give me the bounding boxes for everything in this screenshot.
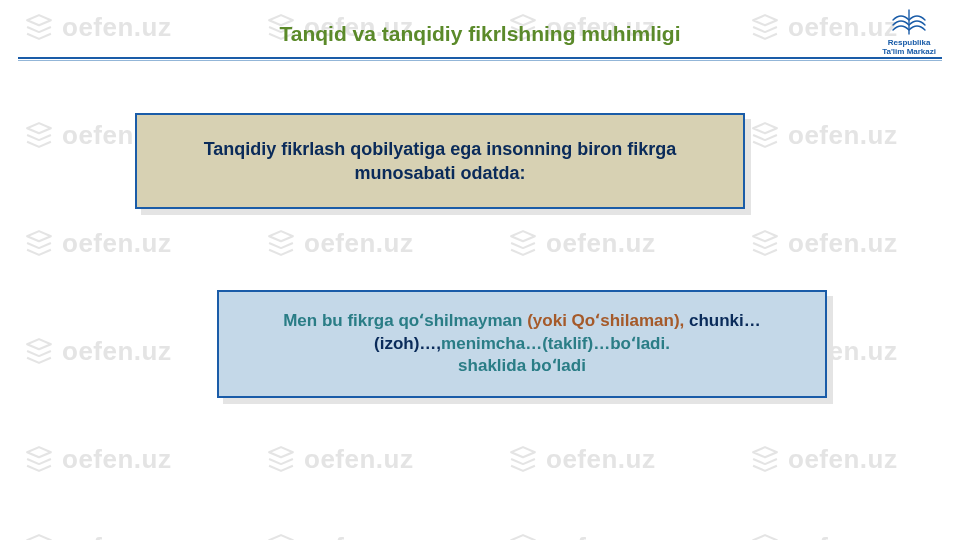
watermark-item: oefen.uz xyxy=(22,530,171,540)
watermark-item: oefen.uz xyxy=(264,442,413,476)
statement-box-2: Men bu fikrga qoʻshilmayman (yoki Qoʻshi… xyxy=(217,290,827,398)
watermark-item: oefen.uz xyxy=(22,334,171,368)
watermark-item: oefen.uz xyxy=(506,442,655,476)
watermark-item: oefen.uz xyxy=(748,118,897,152)
watermark-text: oefen.uz xyxy=(304,228,413,259)
box2-seg4: menimcha…(taklif)…boʻladi. xyxy=(441,334,670,353)
box2-text: Men bu fikrga qoʻshilmayman (yoki Qoʻshi… xyxy=(245,310,799,379)
page-title: Tanqid va tanqidiy fikrlshning muhimligi xyxy=(280,22,681,45)
watermark-layer: oefen.uz oefen.uz oefen.uz oefen.uz oefe… xyxy=(0,0,960,540)
box1-text: Tanqidiy fikrlash qobilyatiga ega insonn… xyxy=(169,137,711,186)
watermark-text: oefen.uz xyxy=(304,444,413,475)
watermark-item: oefen.uz xyxy=(748,226,897,260)
logo-icon xyxy=(889,8,929,38)
stack-icon xyxy=(506,530,540,540)
stack-icon xyxy=(748,118,782,152)
watermark-text: oefen.uz xyxy=(788,444,897,475)
logo-text-line2: Ta'lim Markazi xyxy=(882,48,936,56)
header-underline-thick xyxy=(18,57,942,59)
stack-icon xyxy=(264,226,298,260)
watermark-text: oefen.uz xyxy=(788,228,897,259)
stack-icon xyxy=(22,442,56,476)
slide-header: Tanqid va tanqidiy fikrlshning muhimligi xyxy=(0,22,960,46)
watermark-item: oefen.uz xyxy=(748,442,897,476)
logo-text-line1: Respublika xyxy=(882,39,936,47)
watermark-item: oefen.uz xyxy=(506,226,655,260)
box2-seg2: (yoki Qoʻshilaman), xyxy=(527,311,689,330)
stack-icon xyxy=(748,530,782,540)
watermark-text: oefen.uz xyxy=(546,532,655,541)
watermark-item: oefen.uz xyxy=(748,530,897,540)
logo: Respublika Ta'lim Markazi xyxy=(882,8,936,57)
watermark-text: oefen.uz xyxy=(62,228,171,259)
stack-icon xyxy=(22,334,56,368)
stack-icon xyxy=(22,118,56,152)
watermark-text: oefen.uz xyxy=(62,532,171,541)
statement-box-1: Tanqidiy fikrlash qobilyatiga ega insonn… xyxy=(135,113,745,209)
stack-icon xyxy=(506,442,540,476)
watermark-item: oefen.uz xyxy=(22,226,171,260)
stack-icon xyxy=(748,442,782,476)
watermark-text: oefen.uz xyxy=(304,532,413,541)
watermark-text: oefen.uz xyxy=(62,444,171,475)
watermark-item: oefen.uz xyxy=(264,530,413,540)
stack-icon xyxy=(22,226,56,260)
stack-icon xyxy=(264,530,298,540)
watermark-item: oefen.uz xyxy=(22,442,171,476)
stack-icon xyxy=(264,442,298,476)
watermark-text: oefen.uz xyxy=(546,228,655,259)
watermark-text: oefen.uz xyxy=(788,532,897,541)
stack-icon xyxy=(506,226,540,260)
header-underline-thin xyxy=(18,60,942,61)
watermark-text: oefen.uz xyxy=(546,444,655,475)
watermark-item: oefen.uz xyxy=(506,530,655,540)
box2-seg5: shaklida boʻladi xyxy=(458,356,586,375)
watermark-text: oefen.uz xyxy=(62,336,171,367)
stack-icon xyxy=(748,226,782,260)
watermark-text: oefen.uz xyxy=(788,120,897,151)
box2-seg1: Men bu fikrga qoʻshilmayman xyxy=(283,311,527,330)
stack-icon xyxy=(22,530,56,540)
watermark-item: oefen.uz xyxy=(264,226,413,260)
